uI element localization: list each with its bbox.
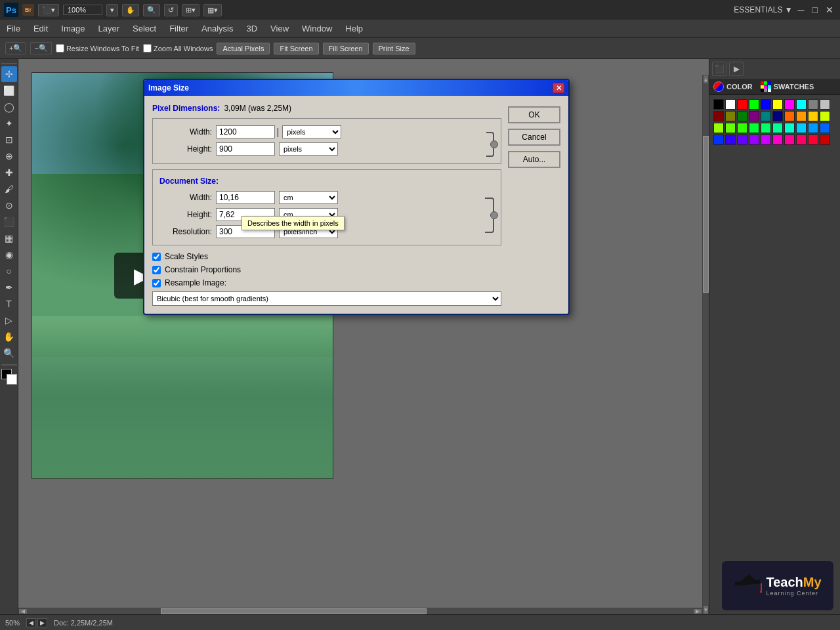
- maximize-btn[interactable]: □: [810, 5, 820, 15]
- swatch-66ff00[interactable]: [725, 123, 736, 133]
- swatch-800080[interactable]: [749, 111, 759, 121]
- zoom-in-tool[interactable]: 🔍: [143, 4, 160, 16]
- text-tool[interactable]: T: [1, 296, 17, 312]
- print-size-btn[interactable]: Print Size: [373, 43, 415, 54]
- swatch-99ff00[interactable]: [713, 123, 724, 133]
- swatch-ff6600[interactable]: [784, 111, 795, 121]
- swatch-000080[interactable]: [772, 111, 783, 121]
- arrange-icon[interactable]: ⬛▾: [38, 4, 59, 16]
- swatch-00ccff[interactable]: [796, 123, 807, 133]
- rp-icon-adjust[interactable]: ▶: [729, 62, 744, 76]
- dialog-close-button[interactable]: ✕: [553, 83, 564, 93]
- magic-wand-tool[interactable]: ✦: [1, 116, 17, 131]
- swatch-0066ff[interactable]: [820, 123, 830, 133]
- crop-tool[interactable]: ⊡: [1, 132, 17, 148]
- swatch-808000[interactable]: [725, 111, 736, 121]
- scale-styles-checkbox[interactable]: [152, 253, 161, 261]
- swatch-0099ff[interactable]: [808, 123, 818, 133]
- foreground-color[interactable]: [1, 369, 17, 385]
- swatch-ff0000[interactable]: [737, 99, 747, 110]
- dodge-tool[interactable]: ○: [1, 263, 17, 279]
- view-mode[interactable]: ⊞▾: [182, 4, 200, 16]
- swatch-ccff00[interactable]: [820, 111, 830, 121]
- swatch-cc00ff[interactable]: [761, 135, 771, 145]
- swatch-ff0066[interactable]: [796, 135, 807, 145]
- minimize-btn[interactable]: ─: [795, 5, 807, 15]
- color-icon[interactable]: COLOR: [709, 79, 757, 94]
- swatch-ffffff[interactable]: [725, 99, 736, 110]
- swatches-icon[interactable]: SWATCHES: [757, 79, 818, 94]
- width-input[interactable]: [216, 125, 275, 138]
- eyedropper-tool[interactable]: ⊕: [1, 148, 17, 164]
- swatch-ff0033[interactable]: [808, 135, 818, 145]
- hand-tool[interactable]: ✋: [122, 4, 139, 16]
- zoom-in-btn[interactable]: +🔍: [5, 42, 26, 54]
- swatch-0033ff[interactable]: [713, 135, 724, 145]
- essentials-label[interactable]: ESSENTIALS ▼: [734, 5, 792, 14]
- menu-window[interactable]: Window: [295, 20, 339, 38]
- gradient-tool[interactable]: ▦: [1, 230, 17, 246]
- height-unit-select[interactable]: pixels percent: [279, 142, 338, 156]
- marquee-tool[interactable]: ⬜: [1, 83, 17, 98]
- swatch-00ff99[interactable]: [772, 123, 783, 133]
- blur-tool[interactable]: ◉: [1, 247, 17, 262]
- auto-button[interactable]: Auto...: [508, 151, 560, 168]
- move-tool[interactable]: ✢: [1, 66, 17, 82]
- swatch-0000ff[interactable]: [761, 99, 771, 110]
- vertical-scrollbar[interactable]: ▲ ▼: [702, 75, 709, 614]
- resample-checkbox[interactable]: [152, 279, 161, 287]
- horizontal-scrollbar[interactable]: ◀ ▶: [18, 608, 702, 614]
- swatch-ffcc00[interactable]: [808, 111, 818, 121]
- menu-edit[interactable]: Edit: [27, 20, 54, 38]
- menu-layer[interactable]: Layer: [92, 20, 127, 38]
- swatch-008000[interactable]: [737, 111, 747, 121]
- zoom-all-checkbox[interactable]: Zoom All Windows: [143, 44, 213, 52]
- menu-help[interactable]: Help: [339, 20, 369, 38]
- menu-3d[interactable]: 3D: [240, 20, 264, 38]
- nav-left-btn[interactable]: ◀: [26, 618, 36, 627]
- scroll-track-h[interactable]: [28, 608, 693, 614]
- menu-view[interactable]: View: [264, 20, 295, 38]
- screen-mode[interactable]: ▦▾: [203, 4, 222, 16]
- doc-width-unit[interactable]: cm inches mm: [279, 191, 338, 204]
- hand-tool-left[interactable]: ✋: [1, 329, 17, 345]
- swatch-800000[interactable]: [713, 111, 724, 121]
- scroll-thumb-h[interactable]: [161, 608, 427, 614]
- menu-filter[interactable]: Filter: [163, 20, 195, 38]
- swatch-ff9900[interactable]: [796, 111, 807, 121]
- fit-screen-btn[interactable]: Fit Screen: [274, 43, 318, 54]
- swatch-6600ff[interactable]: [737, 135, 747, 145]
- scroll-down-btn[interactable]: ▼: [703, 605, 709, 614]
- swatch-808080[interactable]: [808, 99, 818, 110]
- scroll-thumb-v[interactable]: [703, 136, 709, 292]
- width-unit-select[interactable]: pixels percent: [282, 125, 341, 138]
- eraser-tool[interactable]: ⬛: [1, 214, 17, 230]
- zoom-tool[interactable]: 🔍: [1, 345, 17, 361]
- menu-analysis[interactable]: Analysis: [195, 20, 240, 38]
- heal-tool[interactable]: ✚: [1, 165, 17, 180]
- swatch-ff00ff[interactable]: [784, 99, 795, 110]
- cancel-button[interactable]: Cancel: [508, 129, 560, 146]
- swatch-c0c0c0[interactable]: [820, 99, 830, 110]
- scroll-track-v[interactable]: [703, 84, 709, 605]
- swatch-9900ff[interactable]: [749, 135, 759, 145]
- rp-icon-layers[interactable]: ⬛: [712, 62, 726, 76]
- swatch-3300ff[interactable]: [725, 135, 736, 145]
- shape-tool[interactable]: ▷: [1, 312, 17, 328]
- stamp-tool[interactable]: ⊙: [1, 198, 17, 213]
- swatch-ff00cc[interactable]: [772, 135, 783, 145]
- nav-right-btn[interactable]: ▶: [37, 618, 47, 627]
- ok-button[interactable]: OK: [508, 106, 560, 123]
- constrain-checkbox[interactable]: [152, 266, 161, 274]
- lasso-tool[interactable]: ◯: [1, 99, 17, 115]
- menu-file[interactable]: File: [0, 20, 27, 38]
- swatch-00ff33[interactable]: [749, 123, 759, 133]
- doc-width-input[interactable]: [216, 191, 275, 204]
- resize-windows-checkbox[interactable]: Resize Windows To Fit: [56, 44, 139, 52]
- menu-image[interactable]: Image: [54, 20, 91, 38]
- swatch-008080[interactable]: [761, 111, 771, 121]
- swatch-cc0000[interactable]: [820, 135, 830, 145]
- swatch-00ff66[interactable]: [761, 123, 771, 133]
- zoom-dropdown[interactable]: ▾: [106, 4, 118, 16]
- zoom-out-btn[interactable]: −🔍: [30, 42, 51, 54]
